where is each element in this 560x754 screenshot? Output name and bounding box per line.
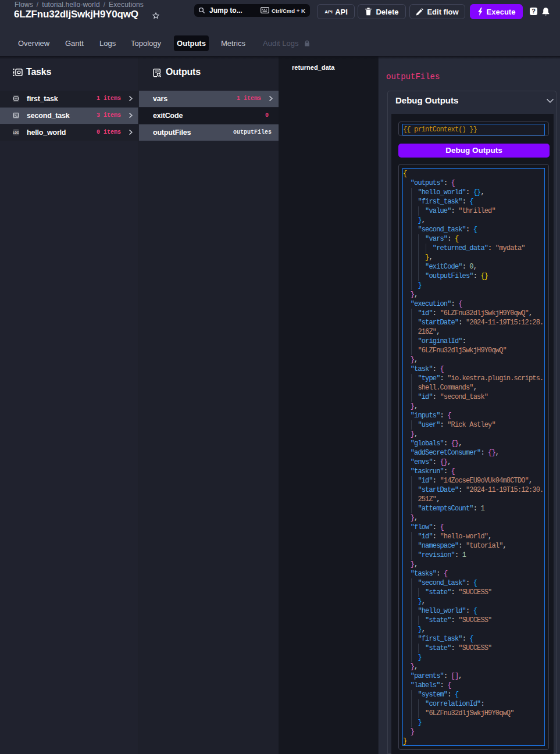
svg-text:API: API (324, 9, 332, 15)
svg-text:LOG: LOG (13, 131, 19, 134)
